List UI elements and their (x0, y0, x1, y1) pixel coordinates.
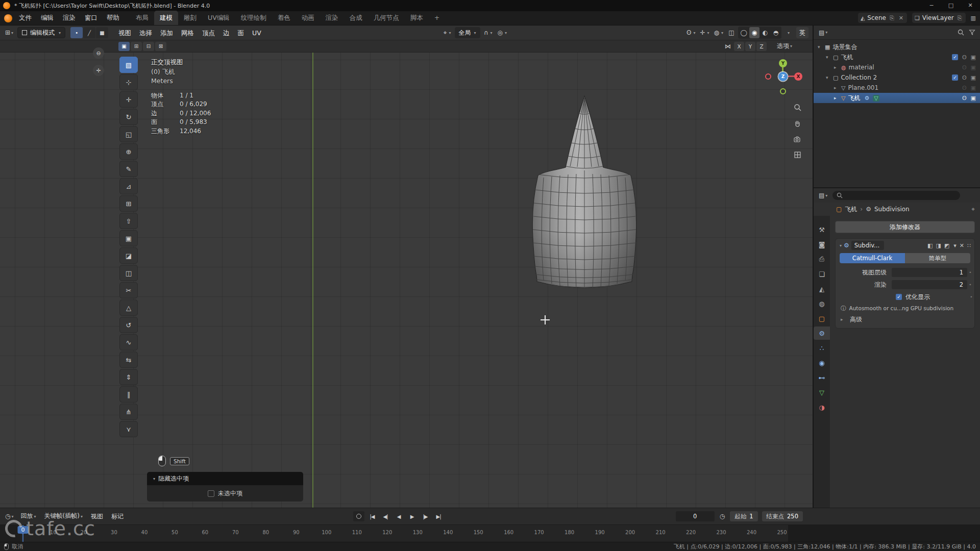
advanced-section[interactable]: ▸ 高级 (836, 314, 974, 325)
render-levels-field[interactable]: 2 (892, 280, 967, 289)
mirror-y-button[interactable]: Y (745, 42, 755, 51)
display-editmode-icon[interactable]: ◧ (927, 242, 933, 249)
tool-annotate-button[interactable]: ✎ (119, 161, 138, 177)
breadcrumb-object[interactable]: 飞机 (845, 205, 857, 214)
workspace-tab-动画[interactable]: 动画 (296, 11, 320, 25)
jump-to-end-button[interactable]: ▶| (432, 511, 445, 521)
tool-inset-faces-button[interactable]: ▣ (119, 230, 138, 246)
optimal-display-checkbox[interactable]: ✓ (896, 294, 902, 300)
viewport-menu-边[interactable]: 边 (219, 26, 234, 40)
play-button[interactable]: ▶ (406, 511, 418, 521)
select-op-subtract-icon[interactable]: ⊟ (143, 42, 154, 51)
select-op-new-icon[interactable]: ▣ (118, 42, 130, 51)
viewport-menu-顶点[interactable]: 顶点 (198, 26, 219, 40)
screen-zoom-icon[interactable]: ⊖ (93, 47, 104, 59)
xray-icon[interactable]: ◫ (726, 27, 737, 38)
properties-tab-object-constraints[interactable]: ⊷ (814, 371, 830, 384)
tool-rotate-button[interactable]: ↻ (119, 109, 138, 125)
tool-scale-button[interactable]: ◱ (119, 126, 138, 142)
face-select-icon[interactable]: ■ (96, 27, 108, 38)
tool-options-dropdown[interactable]: 选项 ▾ (776, 42, 793, 51)
menu-编辑[interactable]: 编辑 (36, 11, 58, 25)
menu-文件[interactable]: 文件 (14, 11, 36, 25)
workspace-tab-合成[interactable]: 合成 (344, 11, 368, 25)
tool-poly-build-button[interactable]: △ (119, 299, 138, 316)
tool-cursor-button[interactable]: ⊹ (119, 74, 138, 90)
wireframe-shading-icon[interactable]: ◯ (739, 27, 749, 38)
viewport-levels-field[interactable]: 1 (892, 268, 967, 277)
tool-extrude-region-button[interactable]: ⇧ (119, 213, 138, 229)
tool-rip-region-button[interactable]: ⋔ (119, 404, 138, 420)
transform-pivot-icon[interactable]: ⌖▾ (442, 27, 453, 38)
neg-y-axis-ball[interactable] (780, 88, 786, 94)
gizmos-icon[interactable]: ✛▾ (698, 27, 710, 38)
previous-keyframe-button[interactable]: ◀| (379, 511, 391, 521)
breadcrumb-item[interactable]: Subdivision (874, 206, 910, 213)
viewport-menu-UV[interactable]: UV (248, 26, 265, 40)
modifier-badge-icon[interactable]: ⚙ (864, 95, 869, 102)
properties-tab-particles[interactable]: ∴ (814, 341, 830, 355)
disable-render-icon[interactable]: ▣ (971, 74, 976, 81)
outliner-search-icon[interactable] (957, 29, 965, 37)
properties-tab-modifiers[interactable]: ⚙ (814, 327, 830, 340)
collapse-icon[interactable]: ▾ (840, 243, 842, 248)
workspace-tab-脚本[interactable]: 脚本 (405, 11, 429, 25)
decorator-dot[interactable]: • (968, 294, 974, 299)
tool-move-button[interactable]: ✛ (119, 91, 138, 108)
disable-render-icon[interactable]: ▣ (971, 54, 976, 61)
model-mesh[interactable] (500, 82, 674, 306)
new-scene-icon[interactable]: ⎘ (889, 15, 895, 21)
hide-eye-icon[interactable]: ʘ (962, 85, 967, 91)
tool-edge-slide-button[interactable]: ⇆ (119, 352, 138, 368)
material-preview-shading-icon[interactable]: ◐ (760, 27, 770, 38)
outliner-editor-icon[interactable]: ▤▾ (818, 29, 828, 36)
hide-eye-icon[interactable]: ʘ (962, 54, 967, 61)
expand-icon[interactable]: ▸ (834, 85, 840, 90)
expand-icon[interactable]: ▾ (826, 55, 832, 60)
workspace-tab-UV编辑[interactable]: UV编辑 (202, 11, 235, 25)
zoom-icon[interactable] (792, 102, 803, 113)
mode-dropdown[interactable]: 编辑模式 ▾ (17, 27, 65, 38)
proportional-editing-icon[interactable]: ◎▾ (496, 27, 508, 38)
modifier-extras-icon[interactable]: ▾ (953, 242, 957, 249)
orientation-dropdown[interactable]: 全局 ▾ (455, 27, 480, 38)
visibility-icon[interactable]: ʘ▾ (685, 27, 697, 38)
vertex-select-icon[interactable]: • (70, 27, 83, 38)
properties-tab-scene[interactable]: ◭ (814, 282, 830, 295)
snap-magnet-icon[interactable]: ∩▾ (482, 27, 494, 38)
workspace-tab-几何节点[interactable]: 几何节点 (368, 11, 405, 25)
outliner-row-collection[interactable]: ▾ ▢ 飞机 ✓ ʘ ▣ (814, 52, 980, 62)
clock-icon[interactable]: ◷ (719, 513, 726, 520)
edge-select-icon[interactable]: ╱ (83, 27, 95, 38)
expand-icon[interactable]: ▸ (834, 65, 840, 70)
mesh-data-icon[interactable]: ▽ (873, 95, 879, 102)
close-button[interactable]: ✕ (961, 0, 980, 11)
display-render-icon[interactable]: ◩ (944, 242, 950, 249)
shading-dropdown-icon[interactable]: ▾ (783, 27, 793, 38)
hide-eye-icon[interactable]: ʘ (962, 95, 967, 102)
pin-icon[interactable]: ⌖ (971, 206, 975, 213)
disable-render-icon[interactable]: ▣ (971, 85, 976, 91)
display-realtime-icon[interactable]: ◨ (935, 242, 941, 249)
collection-checkbox[interactable]: ✓ (952, 54, 958, 60)
expand-icon[interactable]: ▾ (818, 44, 824, 49)
viewport-menu-选择[interactable]: 选择 (135, 26, 156, 40)
tool-shear-button[interactable]: ∥ (119, 386, 138, 403)
properties-tab-view-layer[interactable]: ❏ (814, 267, 830, 281)
disable-render-icon[interactable]: ▣ (971, 64, 976, 71)
properties-tab-output[interactable]: ⎙ (814, 253, 830, 266)
blender-menu-icon[interactable] (4, 14, 12, 22)
workspace-tab-布局[interactable]: 布局 (130, 11, 154, 25)
expand-icon[interactable]: ▸ (834, 95, 840, 101)
properties-tab-object[interactable]: ▢ (814, 312, 830, 325)
end-frame-field[interactable]: 结束点 250 (762, 511, 803, 521)
tool-loop-cut-button[interactable]: ◫ (119, 265, 138, 281)
viewport-menu-添加[interactable]: 添加 (156, 26, 177, 40)
properties-tab-material[interactable]: ◑ (814, 400, 830, 414)
rendered-shading-icon[interactable]: ◓ (771, 27, 781, 38)
properties-tab-tool[interactable]: ⚒ (814, 223, 830, 236)
expand-icon[interactable]: ▾ (826, 75, 832, 80)
workspace-tab-建模[interactable]: 建模 (154, 11, 178, 25)
auto-key-button[interactable] (353, 511, 364, 521)
menu-帮助[interactable]: 帮助 (102, 11, 124, 25)
